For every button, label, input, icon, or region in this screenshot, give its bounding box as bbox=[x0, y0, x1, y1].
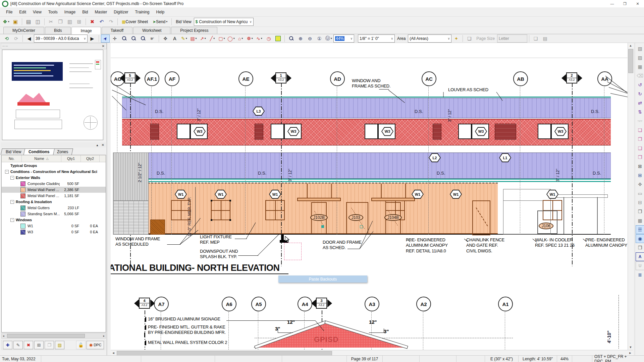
copy-button[interactable]: ❐ bbox=[56, 17, 65, 26]
condition-row[interactable]: Standing Seam M...5,066 SF bbox=[2, 211, 106, 217]
tab-zones[interactable]: Zones bbox=[52, 148, 73, 155]
duplicate-view-icon[interactable]: ❐ bbox=[636, 207, 644, 216]
dimension-icon[interactable]: ⊟ bbox=[636, 198, 644, 207]
renumber-button[interactable]: ⊞ bbox=[34, 341, 44, 349]
collapse-panel-icon[interactable]: ▴ bbox=[95, 143, 100, 147]
pointer-tool-button[interactable]: ➤ bbox=[101, 35, 110, 43]
column-header-[interactable]: ( bbox=[100, 155, 106, 162]
menu-tools[interactable]: Tools bbox=[45, 8, 61, 16]
drawing-canvas[interactable]: AGAF.1AFAEADACABAAA7A6A5A4A3A2A15A3.21A3… bbox=[111, 43, 628, 350]
tab-myoncenter[interactable]: MyOnCenter bbox=[3, 27, 44, 34]
layers-icon[interactable]: ❒ bbox=[636, 243, 644, 252]
collapse-icon[interactable]: - bbox=[5, 170, 9, 174]
tab-takeoff[interactable]: Takeoff bbox=[102, 27, 132, 34]
arrow-tool-button[interactable]: ↗▾ bbox=[199, 35, 207, 43]
scrollbar-thumb[interactable] bbox=[117, 351, 332, 356]
print-preview-button[interactable]: ◫ bbox=[34, 17, 42, 26]
condition-row[interactable]: Metal Gutters233 LF bbox=[2, 205, 106, 211]
open-button[interactable]: ▣ bbox=[11, 17, 20, 26]
tree-node[interactable]: -Exterior Walls bbox=[2, 175, 106, 181]
pages-button[interactable]: ⊞ bbox=[75, 17, 84, 26]
insert-image-icon[interactable]: ⊞ bbox=[636, 171, 644, 180]
underline-icon[interactable]: U bbox=[636, 261, 644, 270]
zoom-one-button[interactable]: ① bbox=[315, 35, 324, 43]
tree-node[interactable]: -Windows bbox=[2, 217, 106, 223]
menu-edit[interactable]: Edit bbox=[16, 8, 30, 16]
highlighter-tool-button[interactable]: ✎▾ bbox=[180, 35, 189, 43]
flip-vertical-icon[interactable]: ⇅ bbox=[636, 108, 644, 116]
page-select[interactable]: 39 - 00039 - A3.0 Educa∨ bbox=[34, 35, 88, 43]
dpc-button[interactable]: ◉ DPC bbox=[87, 341, 104, 349]
tab-conditions[interactable]: Conditions bbox=[23, 148, 55, 155]
collapse-icon[interactable]: - bbox=[10, 218, 14, 222]
print-page-button[interactable]: ▤ bbox=[541, 35, 549, 43]
properties-list-icon[interactable]: ≣ bbox=[636, 270, 644, 279]
polygon-tool-button[interactable]: ⌂▾ bbox=[236, 35, 245, 43]
preview-pane-icon[interactable]: ◉ bbox=[636, 234, 644, 243]
selection-handle[interactable] bbox=[229, 219, 231, 221]
forward-button[interactable]: ⟳ bbox=[12, 35, 20, 43]
sheet-thumbnail[interactable] bbox=[2, 50, 103, 140]
undo-button[interactable]: ↶ bbox=[97, 17, 106, 26]
scale-combo[interactable]: 1/8" = 1' 0"∨ bbox=[358, 35, 395, 43]
scroll-left-icon[interactable]: ◄ bbox=[111, 350, 116, 356]
note-tool-button[interactable]: ▤▾ bbox=[189, 35, 198, 43]
menu-training[interactable]: Training bbox=[132, 8, 153, 16]
selection-handle[interactable] bbox=[211, 219, 212, 221]
close-thumbnail-icon[interactable]: ✕ bbox=[100, 44, 106, 48]
rotate-page-icon[interactable]: ⊠ bbox=[636, 162, 644, 171]
condition-row[interactable]: W30 SF0 EA bbox=[2, 229, 106, 235]
selection-handle[interactable] bbox=[211, 200, 212, 201]
area-combo[interactable]: (All Areas)∨ bbox=[408, 35, 451, 43]
close-conditions-icon[interactable]: ✕ bbox=[100, 143, 106, 147]
edit-condition-button[interactable]: ✎ bbox=[13, 341, 23, 349]
cover-sheet-button[interactable]: ▦ Cover Sheet bbox=[120, 17, 150, 26]
send-button[interactable]: ➤ Send▾ bbox=[151, 17, 169, 26]
fit-page-button[interactable] bbox=[287, 35, 296, 43]
menu-view[interactable]: View bbox=[30, 8, 45, 16]
zoom-out-button[interactable]: ⊖ bbox=[306, 35, 314, 43]
extract-page-icon[interactable]: ❒ bbox=[636, 153, 644, 162]
column-header-qty2[interactable]: Qty2 bbox=[81, 155, 100, 162]
column-header-no[interactable]: No. bbox=[2, 155, 22, 162]
conditions-hscrollbar[interactable]: ◂ ▸ bbox=[1, 333, 106, 339]
back-button[interactable]: ⟲ bbox=[2, 35, 11, 43]
tab-bids[interactable]: Bids bbox=[45, 27, 71, 34]
blank-doc-button[interactable]: ❏ bbox=[531, 35, 540, 43]
redo-button[interactable]: ↷ bbox=[107, 17, 115, 26]
send-page-icon[interactable]: ❐ bbox=[636, 135, 644, 143]
flip-horizontal-icon[interactable]: ⇄ bbox=[636, 99, 644, 107]
eraser-icon[interactable]: ⌫ bbox=[636, 71, 644, 80]
next-page-button[interactable]: ▶ bbox=[88, 35, 97, 43]
crosshair-tool-button[interactable]: ✛ bbox=[110, 35, 119, 43]
zoom-region-tool-button[interactable] bbox=[139, 35, 147, 43]
tree-group[interactable]: Typical Groups bbox=[2, 163, 106, 169]
tree-node[interactable]: -Roofing & Insulation bbox=[2, 199, 106, 205]
sticky-note-button[interactable] bbox=[274, 35, 282, 43]
page-size-combo[interactable]: Letter bbox=[497, 35, 527, 43]
cut-button[interactable]: ✂ bbox=[47, 17, 55, 26]
collapse-icon[interactable]: - bbox=[10, 176, 14, 180]
freehand-tool-button[interactable]: ∿▾ bbox=[255, 35, 264, 43]
rectangle-tool-button[interactable]: ▢▾ bbox=[217, 35, 226, 43]
selection-handle[interactable] bbox=[229, 200, 231, 201]
magic-wand-button[interactable]: ✦ bbox=[452, 35, 461, 43]
grid-view-icon[interactable]: ▦ bbox=[636, 62, 644, 71]
restore-button[interactable]: ❐ bbox=[619, 0, 631, 7]
new-folder-button[interactable]: ▨ bbox=[55, 341, 64, 349]
dimension-tool-button[interactable]: ✥ bbox=[161, 35, 170, 43]
print-button[interactable]: ▤ bbox=[24, 17, 33, 26]
menu-master[interactable]: Master bbox=[92, 8, 111, 16]
insert-page-icon[interactable]: ❑ bbox=[636, 144, 644, 153]
condition-row[interactable]: W10 SF0 EA bbox=[2, 223, 106, 229]
condition-row[interactable]: Metal Wall Panel ...2,386 SF bbox=[2, 187, 106, 193]
tab-project-express[interactable]: Project Express bbox=[171, 27, 217, 34]
menu-bid[interactable]: Bid bbox=[79, 8, 91, 16]
menu-digitizer[interactable]: Digitizer bbox=[110, 8, 131, 16]
menu-image[interactable]: Image bbox=[61, 8, 79, 16]
hatch-region-icon[interactable]: ▨ bbox=[636, 53, 644, 62]
transform-icon[interactable]: ▩ bbox=[636, 216, 644, 225]
selection-box-icon[interactable]: ▭ bbox=[636, 189, 644, 198]
column-header-qty1[interactable]: Qty1 bbox=[61, 155, 81, 162]
minimize-button[interactable]: — bbox=[606, 0, 619, 7]
